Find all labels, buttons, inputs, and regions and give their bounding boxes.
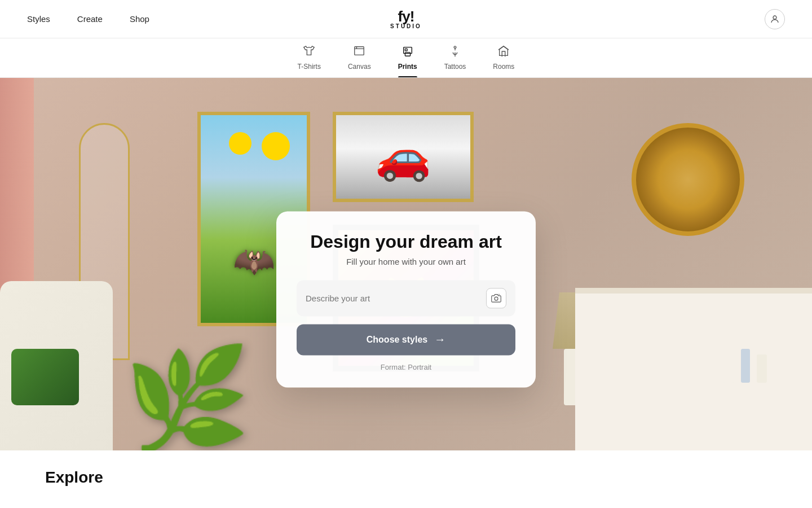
card-subtitle: Fill your home with your own art bbox=[297, 257, 515, 266]
batman-art: 🦇 bbox=[233, 241, 275, 281]
nav-shop[interactable]: Shop bbox=[130, 14, 149, 24]
art-sun-2 bbox=[229, 132, 251, 155]
art-describe-input[interactable] bbox=[306, 294, 479, 303]
round-mirror bbox=[632, 123, 744, 236]
logo-text: fy! bbox=[398, 8, 414, 25]
art-design-card: Design your dream art Fill your home wit… bbox=[276, 211, 536, 387]
subnav-prints-label: Prints bbox=[398, 63, 417, 71]
candles bbox=[723, 338, 767, 383]
nav-styles[interactable]: Styles bbox=[27, 14, 50, 24]
dresser-top bbox=[575, 288, 812, 294]
nav-create[interactable]: Create bbox=[77, 14, 103, 24]
candle-2 bbox=[741, 349, 750, 383]
hero-section: 🦇 🚗 🐱 🌿 Design yo bbox=[0, 78, 812, 450]
subnav-canvas[interactable]: Canvas bbox=[348, 45, 371, 77]
choose-styles-button[interactable]: Choose styles → bbox=[297, 324, 515, 355]
sofa-pillow bbox=[11, 349, 79, 405]
format-label: Format: Portrait bbox=[297, 363, 515, 371]
user-account-button[interactable] bbox=[765, 9, 785, 29]
explore-section: Explore bbox=[0, 450, 812, 505]
subnav-rooms[interactable]: Rooms bbox=[493, 45, 514, 77]
art-frame-2: 🚗 bbox=[333, 112, 474, 202]
candle-3 bbox=[757, 354, 767, 383]
tattoos-icon bbox=[449, 45, 461, 59]
svg-point-0 bbox=[773, 16, 776, 19]
camera-upload-button[interactable] bbox=[486, 288, 506, 308]
header: Styles Create Shop fy! STUDIO bbox=[0, 0, 812, 38]
svg-rect-1 bbox=[355, 47, 364, 55]
category-subnav: T-Shirts Canvas Prints Tat bbox=[0, 38, 812, 78]
plant-large: 🌿 bbox=[124, 349, 251, 450]
tshirt-icon bbox=[303, 45, 315, 59]
rooms-icon bbox=[497, 45, 510, 59]
prints-icon bbox=[401, 45, 414, 59]
candle-1 bbox=[723, 338, 734, 383]
explore-title: Explore bbox=[45, 468, 767, 487]
svg-rect-3 bbox=[405, 52, 410, 56]
card-title: Design your dream art bbox=[297, 231, 515, 252]
header-right bbox=[765, 9, 785, 29]
subnav-tshirts[interactable]: T-Shirts bbox=[298, 45, 321, 77]
sofa bbox=[0, 281, 113, 450]
car-art: 🚗 bbox=[375, 134, 431, 179]
subnav-tattoos-label: Tattoos bbox=[444, 63, 466, 71]
subnav-canvas-label: Canvas bbox=[348, 63, 371, 71]
dresser bbox=[575, 292, 812, 450]
logo-studio: STUDIO bbox=[390, 24, 422, 29]
art-describe-row bbox=[297, 280, 515, 316]
subnav-prints[interactable]: Prints bbox=[398, 45, 417, 77]
svg-point-6 bbox=[495, 297, 498, 300]
svg-rect-4 bbox=[405, 49, 407, 51]
main-nav: Styles Create Shop bbox=[27, 14, 149, 24]
choose-styles-label: Choose styles bbox=[367, 335, 427, 345]
subnav-rooms-label: Rooms bbox=[493, 63, 514, 71]
subnav-tshirts-label: T-Shirts bbox=[298, 63, 321, 71]
logo[interactable]: fy! STUDIO bbox=[390, 9, 422, 29]
art-sun-1 bbox=[262, 132, 290, 160]
arrow-icon: → bbox=[434, 333, 445, 346]
subnav-tattoos[interactable]: Tattoos bbox=[444, 45, 466, 77]
canvas-icon bbox=[353, 45, 365, 59]
